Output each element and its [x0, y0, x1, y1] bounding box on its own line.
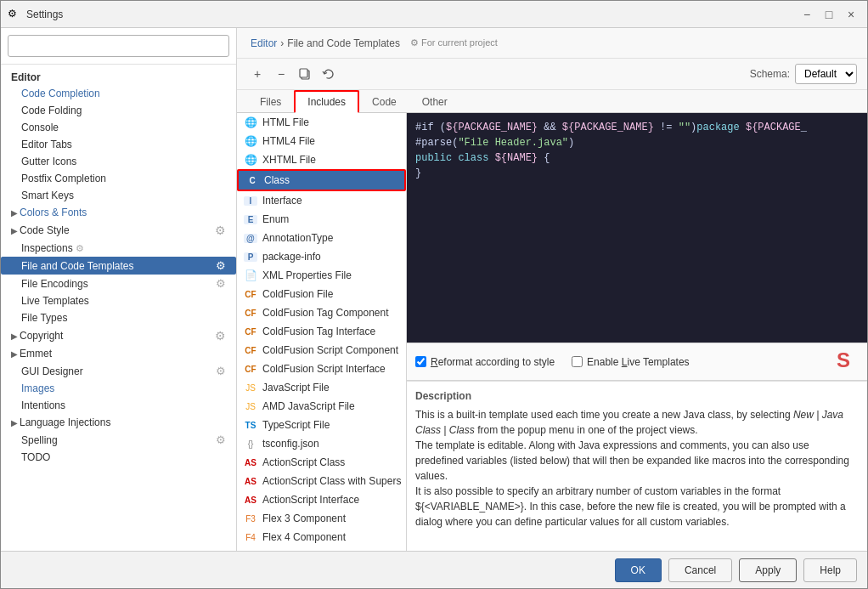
window-title: Settings: [26, 8, 798, 20]
file-item-cf-tag-iface[interactable]: CF ColdFusion Tag Interface: [237, 322, 406, 341]
close-button[interactable]: ×: [842, 5, 860, 24]
breadcrumb-editor[interactable]: Editor: [251, 37, 277, 49]
reformat-checkbox[interactable]: [415, 356, 426, 367]
live-templates-label: Enable Live Templates: [587, 356, 690, 368]
colors-fonts-label: Colors & Fonts: [20, 207, 87, 218]
sidebar-item-inspections[interactable]: Inspections ⚙: [1, 240, 236, 257]
file-item-cf-file[interactable]: CF ColdFusion File: [237, 285, 406, 303]
file-item-cf-tag-comp[interactable]: CF ColdFusion Tag Component: [237, 303, 406, 322]
reset-template-button[interactable]: [318, 64, 339, 84]
interface-label: Interface: [262, 195, 302, 207]
tab-files[interactable]: Files: [247, 91, 294, 113]
sidebar-item-copyright[interactable]: ▶ Copyright ⚙: [1, 326, 236, 345]
ok-button[interactable]: OK: [615, 558, 662, 582]
class-label: Class: [264, 174, 290, 186]
sidebar-item-code-folding[interactable]: Code Folding: [1, 102, 236, 119]
sidebar-item-images[interactable]: Images: [1, 380, 236, 397]
sidebar-item-emmet[interactable]: ▶ Emmet: [1, 345, 236, 362]
file-item-xml-properties[interactable]: 📄 XML Properties File: [237, 266, 406, 285]
file-item-flex3[interactable]: F3 Flex 3 Component: [237, 509, 406, 528]
file-code-templates-icon: ⚙: [216, 259, 226, 272]
file-item-amd-js[interactable]: JS AMD JavaScript File: [237, 397, 406, 416]
expand-arrow-language-injections: ▶: [11, 418, 18, 428]
file-item-interface[interactable]: I Interface: [237, 191, 406, 210]
schema-area: Schema: Default: [750, 64, 857, 84]
enum-label: Enum: [262, 213, 289, 225]
file-item-enum[interactable]: E Enum: [237, 210, 406, 229]
file-item-class[interactable]: C Class: [237, 169, 406, 191]
annotation-label: AnnotationType: [262, 232, 333, 244]
sidebar-item-smart-keys[interactable]: Smart Keys: [1, 187, 236, 204]
file-item-as-supers[interactable]: AS ActionScript Class with Supers: [237, 472, 406, 490]
file-item-as-class[interactable]: AS ActionScript Class: [237, 453, 406, 472]
reformat-checkbox-wrap[interactable]: Reformat according to style: [415, 356, 555, 368]
cf-script-comp-icon: CF: [244, 346, 257, 355]
search-input[interactable]: [8, 35, 229, 57]
schema-select[interactable]: Default: [795, 64, 857, 84]
apply-button[interactable]: Apply: [739, 558, 797, 582]
sidebar-item-file-types[interactable]: File Types: [1, 309, 236, 326]
tsconfig-label: tsconfig.json: [262, 438, 319, 450]
live-templates-checkbox[interactable]: [572, 356, 583, 367]
file-item-html[interactable]: 🌐 HTML File: [237, 113, 406, 132]
breadcrumb-bar: Editor › File and Code Templates ⚙ For c…: [237, 28, 867, 59]
sidebar: Editor Code Completion Code Folding Cons…: [1, 28, 237, 551]
sidebar-item-spelling[interactable]: Spelling ⚙: [1, 431, 236, 449]
code-line-1: #if (${PACKAGE_NAME} && ${PACKAGE_NAME} …: [415, 120, 859, 135]
sidebar-item-file-encodings[interactable]: File Encodings ⚙: [1, 275, 236, 292]
file-item-flex4[interactable]: F4 Flex 4 Component: [237, 528, 406, 547]
sidebar-item-live-templates[interactable]: Live Templates: [1, 292, 236, 309]
file-item-as-interface[interactable]: AS ActionScript Interface: [237, 490, 406, 509]
html4-file-icon: 🌐: [244, 135, 257, 147]
sidebar-item-gutter-icons[interactable]: Gutter Icons: [1, 153, 236, 170]
help-button[interactable]: Help: [803, 558, 857, 582]
file-item-xhtml[interactable]: 🌐 XHTML File: [237, 150, 406, 169]
main-content: Editor Code Completion Code Folding Cons…: [1, 28, 867, 551]
sidebar-item-gui-designer[interactable]: GUI Designer ⚙: [1, 362, 236, 380]
editor-section-label: Editor: [11, 71, 41, 83]
xhtml-file-icon: 🌐: [244, 154, 257, 166]
tab-code[interactable]: Code: [359, 91, 409, 113]
file-item-tsconfig[interactable]: {} tsconfig.json: [237, 434, 406, 453]
cf-script-comp-label: ColdFusion Script Component: [262, 344, 398, 356]
sidebar-item-code-style[interactable]: ▶ Code Style ⚙: [1, 221, 236, 240]
sidebar-item-colors-fonts[interactable]: ▶ Colors & Fonts: [1, 204, 236, 221]
add-template-button[interactable]: +: [247, 64, 268, 84]
flex4-icon: F4: [244, 533, 257, 542]
file-item-js-file[interactable]: JS JavaScript File: [237, 378, 406, 397]
file-item-package-info[interactable]: P package-info: [237, 247, 406, 266]
copy-template-button[interactable]: [295, 64, 315, 84]
html-file-icon: 🌐: [244, 116, 257, 128]
cf-tag-comp-label: ColdFusion Tag Component: [262, 307, 389, 319]
sidebar-item-todo[interactable]: TODO: [1, 449, 236, 466]
cf-tag-comp-icon: CF: [244, 309, 257, 318]
remove-template-button[interactable]: −: [271, 64, 291, 84]
sidebar-item-file-code-templates[interactable]: File and Code Templates ⚙: [1, 257, 236, 275]
live-templates-checkbox-wrap[interactable]: Enable Live Templates: [572, 356, 690, 368]
code-editor[interactable]: #if (${PACKAGE_NAME} && ${PACKAGE_NAME} …: [407, 113, 867, 343]
cancel-button[interactable]: Cancel: [668, 558, 732, 582]
sidebar-item-intentions[interactable]: Intentions: [1, 397, 236, 414]
split-area: 🌐 HTML File 🌐 HTML4 File 🌐 XHTML File C …: [237, 113, 867, 551]
tab-includes[interactable]: Includes: [294, 90, 359, 113]
maximize-button[interactable]: □: [820, 5, 838, 24]
sidebar-item-postfix-completion[interactable]: Postfix Completion: [1, 170, 236, 187]
sidebar-section-editor[interactable]: Editor: [1, 68, 236, 85]
file-item-html4[interactable]: 🌐 HTML4 File: [237, 132, 406, 150]
ts-file-icon: TS: [244, 421, 257, 430]
minimize-button[interactable]: −: [798, 5, 816, 24]
file-item-cf-script-comp[interactable]: CF ColdFusion Script Component: [237, 341, 406, 360]
sidebar-item-editor-tabs[interactable]: Editor Tabs: [1, 136, 236, 153]
window-controls: − □ ×: [798, 5, 860, 24]
file-item-ts-file[interactable]: TS TypeScript File: [237, 416, 406, 434]
sidebar-list: Editor Code Completion Code Folding Cons…: [1, 65, 236, 551]
sidebar-item-code-completion[interactable]: Code Completion: [1, 85, 236, 102]
description-text: This is a built-in template used each ti…: [415, 407, 859, 530]
sidebar-item-language-injections[interactable]: ▶ Language Injections: [1, 414, 236, 431]
file-item-annotation[interactable]: @ AnnotationType: [237, 229, 406, 247]
file-item-cf-script-iface[interactable]: CF ColdFusion Script Interface: [237, 360, 406, 378]
tab-other[interactable]: Other: [409, 91, 460, 113]
right-panel: Editor › File and Code Templates ⚙ For c…: [237, 28, 867, 551]
ts-file-label: TypeScript File: [262, 419, 330, 431]
sidebar-item-console[interactable]: Console: [1, 119, 236, 136]
